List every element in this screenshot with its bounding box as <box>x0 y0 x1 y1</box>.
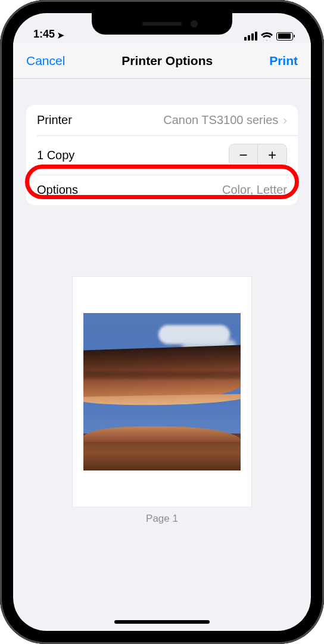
device-frame: 1:45 ➤ Cancel Printer Options Print Prin… <box>0 0 324 644</box>
preview-area: Page 1 <box>13 277 311 525</box>
page-title: Printer Options <box>122 54 213 68</box>
cellular-signal-icon <box>244 32 257 41</box>
home-indicator[interactable] <box>114 620 210 624</box>
decrement-copies-button[interactable]: − <box>229 144 258 166</box>
increment-copies-button[interactable]: + <box>258 144 286 166</box>
location-icon: ➤ <box>57 30 64 40</box>
options-label: Options <box>37 183 78 197</box>
printer-label: Printer <box>37 113 72 127</box>
options-row[interactable]: Options Color, Letter <box>26 175 298 205</box>
copies-label: 1 Copy <box>37 148 74 162</box>
cancel-button[interactable]: Cancel <box>26 54 65 68</box>
wifi-icon <box>261 32 273 41</box>
options-value: Color, Letter <box>222 183 287 197</box>
notch <box>92 13 232 35</box>
nav-bar: Cancel Printer Options Print <box>13 43 311 79</box>
page-number-label: Page 1 <box>146 513 178 525</box>
battery-icon <box>276 32 293 41</box>
page-preview[interactable] <box>73 277 251 507</box>
chevron-right-icon: › <box>283 113 287 127</box>
printer-value: Canon TS3100 series <box>163 113 278 127</box>
status-time: 1:45 <box>33 28 55 41</box>
preview-image <box>83 313 241 470</box>
settings-card: Printer Canon TS3100 series › 1 Copy − +… <box>26 105 298 205</box>
print-button[interactable]: Print <box>269 54 298 68</box>
screen: 1:45 ➤ Cancel Printer Options Print Prin… <box>13 13 311 631</box>
copies-stepper: − + <box>229 144 287 166</box>
copies-row: 1 Copy − + <box>26 135 298 175</box>
printer-row[interactable]: Printer Canon TS3100 series › <box>26 105 298 135</box>
